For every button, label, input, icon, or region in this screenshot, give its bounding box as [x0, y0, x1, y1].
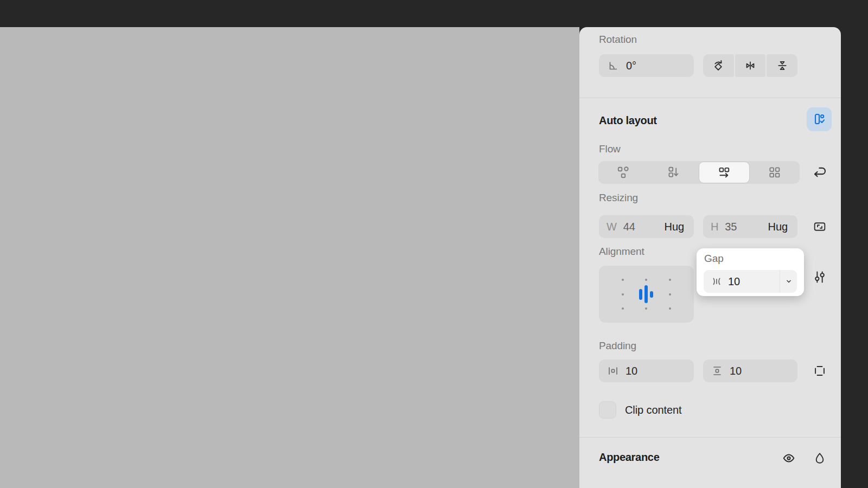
align-middle-left[interactable] [611, 285, 635, 303]
flow-segmented-control [598, 161, 800, 184]
vertical-padding-input[interactable]: 10 [703, 359, 797, 382]
flow-label: Flow [599, 144, 621, 155]
alignment-dot [622, 279, 624, 281]
gap-dropdown-button[interactable] [780, 277, 797, 286]
resizing-label: Resizing [599, 192, 638, 203]
flip-horizontal-button[interactable] [735, 54, 766, 77]
align-bottom-center[interactable] [635, 303, 659, 314]
alignment-grid [599, 266, 694, 323]
visibility-button[interactable] [780, 449, 798, 467]
rotate-90-button[interactable] [703, 54, 734, 77]
wrap-button[interactable] [810, 163, 829, 182]
flow-freeform-option[interactable] [598, 161, 648, 184]
flip-vertical-button[interactable] [767, 54, 797, 77]
section-divider [579, 98, 841, 98]
canvas[interactable] [0, 27, 579, 488]
padding-label: Padding [599, 341, 636, 351]
clip-content-checkbox[interactable] [599, 401, 616, 419]
height-mode[interactable]: Hug [768, 221, 790, 233]
auto-layout-heading: Auto layout [599, 114, 657, 127]
auto-layout-toggle-button[interactable] [807, 107, 832, 131]
width-mode[interactable]: Hug [665, 221, 686, 233]
section-divider [579, 437, 841, 438]
flow-freeform-icon [616, 165, 630, 179]
flow-grid-icon [768, 165, 782, 179]
spacing-sliders-icon [812, 269, 827, 285]
rotation-input[interactable]: 0° [599, 54, 694, 77]
angle-icon [607, 59, 620, 72]
blend-button[interactable] [810, 449, 829, 467]
resize-to-fit-button[interactable] [810, 217, 829, 236]
align-top-left[interactable] [611, 274, 635, 285]
align-top-center[interactable] [635, 274, 659, 285]
gap-value: 10 [728, 275, 740, 288]
rotation-label: Rotation [599, 34, 637, 45]
chevron-down-icon [784, 277, 794, 286]
alignment-dot [622, 293, 624, 296]
width-resizing-field[interactable]: W 44 Hug [599, 215, 694, 238]
align-center-icon [639, 285, 653, 303]
height-resizing-field[interactable]: H 35 Hug [703, 215, 797, 238]
alignment-dot [645, 279, 647, 281]
alignment-dot [669, 279, 671, 281]
flip-vertical-icon [775, 59, 789, 73]
flow-grid-option[interactable] [750, 161, 800, 184]
rotation-value: 0° [626, 60, 636, 72]
gap-input[interactable]: 10 [704, 270, 797, 293]
vertical-padding-icon [711, 364, 724, 377]
flip-horizontal-icon [743, 59, 757, 73]
height-value: 35 [725, 221, 737, 233]
horizontal-padding-icon [607, 364, 620, 377]
spacing-settings-button[interactable] [810, 268, 829, 286]
align-top-right[interactable] [658, 274, 682, 285]
alignment-dot [622, 307, 624, 310]
alignment-label: Alignment [599, 246, 644, 257]
flow-vertical-option[interactable] [648, 161, 698, 184]
clip-content-label[interactable]: Clip content [625, 404, 681, 416]
align-bottom-right[interactable] [658, 303, 682, 314]
eye-icon [781, 450, 797, 466]
align-middle-right[interactable] [658, 285, 682, 303]
individual-padding-button[interactable] [810, 362, 829, 380]
width-axis-label: W [607, 221, 617, 233]
water-drop-icon [812, 451, 827, 466]
flow-vertical-icon [666, 165, 680, 179]
horizontal-padding-input[interactable]: 10 [599, 359, 694, 382]
wrap-arrow-icon [812, 164, 828, 181]
height-axis-label: H [711, 221, 718, 233]
gap-highlight-card: Gap 10 [697, 248, 804, 296]
vertical-padding-value: 10 [730, 365, 742, 377]
alignment-dot [669, 307, 671, 310]
align-center-selected[interactable] [635, 285, 659, 303]
rotate-90-icon [711, 59, 725, 73]
horizontal-padding-value: 10 [626, 365, 637, 377]
align-bottom-left[interactable] [611, 303, 635, 314]
width-value: 44 [623, 221, 635, 233]
alignment-dot [645, 307, 647, 310]
appearance-heading: Appearance [599, 451, 660, 464]
flow-horizontal-icon [717, 165, 731, 179]
properties-panel: Rotation 0° [579, 27, 841, 488]
individual-padding-icon [812, 363, 827, 378]
flow-horizontal-option[interactable] [699, 162, 750, 183]
auto-layout-check-icon [812, 112, 827, 127]
gap-label: Gap [704, 253, 724, 264]
gap-spacing-icon [710, 274, 724, 288]
alignment-dot [669, 293, 671, 296]
resize-to-fit-icon [812, 219, 827, 234]
